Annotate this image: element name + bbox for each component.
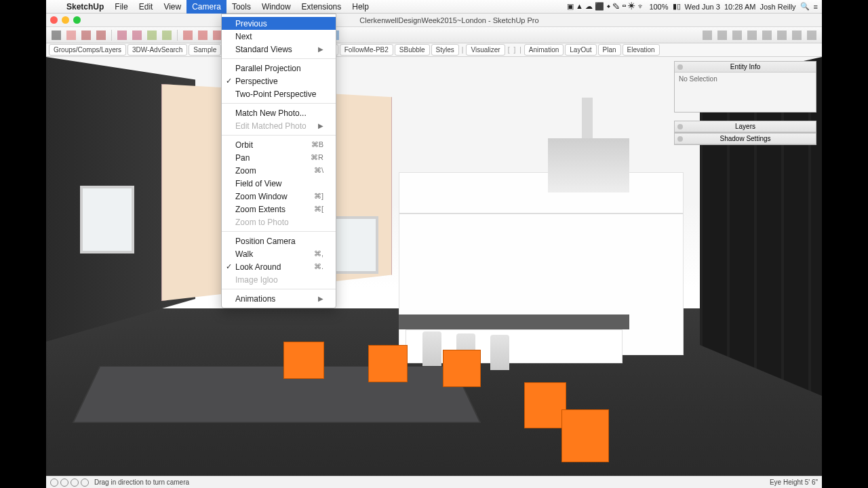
tool-x8-icon[interactable] bbox=[807, 30, 816, 40]
tool-move-icon[interactable] bbox=[183, 30, 193, 40]
menu-item-parallel-projection[interactable]: Parallel Projection bbox=[222, 62, 336, 75]
tool-x1-icon[interactable] bbox=[703, 30, 712, 40]
panel-header-shadow[interactable]: Shadow Settings bbox=[675, 134, 816, 144]
panel-header-layers[interactable]: Layers bbox=[675, 121, 816, 132]
menu-item-zoom-window[interactable]: Zoom Window⌘] bbox=[222, 190, 336, 203]
menu-item-pan[interactable]: Pan⌘R bbox=[222, 151, 336, 164]
window-title: ClerkenwellDesignWeek2015~London - Sketc… bbox=[81, 16, 818, 24]
panel-header-entity[interactable]: Entity Info bbox=[675, 62, 816, 73]
tool-x5-icon[interactable] bbox=[762, 30, 772, 40]
minimize-icon[interactable] bbox=[62, 16, 69, 24]
tab-br: [ bbox=[507, 46, 511, 54]
viewport-3d[interactable]: Entity Info No Selection Layers Shadow S… bbox=[46, 57, 822, 476]
menu-item-zoom-to-photo: Zoom to Photo bbox=[222, 216, 336, 228]
tool-eraser-icon[interactable] bbox=[66, 30, 76, 40]
zoom-icon[interactable] bbox=[73, 16, 81, 24]
menu-help[interactable]: Help bbox=[347, 0, 374, 14]
status-cred-icon[interactable] bbox=[60, 479, 68, 487]
panel-entity-info[interactable]: Entity Info No Selection bbox=[674, 61, 816, 113]
battery-pct: 100% bbox=[649, 3, 668, 11]
menu-item-image-igloo: Image Igloo bbox=[222, 273, 336, 286]
panel-body-entity: No Selection bbox=[675, 73, 816, 112]
app-name[interactable]: SketchUp bbox=[61, 2, 109, 12]
status-eye-height: Eye Height 5' 6" bbox=[770, 479, 818, 486]
tool-circle-icon[interactable] bbox=[132, 30, 142, 40]
menu-item-look-around[interactable]: ✓Look Around⌘. bbox=[222, 260, 336, 273]
menu-item-zoom-extents[interactable]: Zoom Extents⌘[ bbox=[222, 203, 336, 216]
status-user-icon[interactable] bbox=[71, 479, 79, 487]
close-icon[interactable] bbox=[50, 16, 58, 24]
menubar-user: Josh Reilly bbox=[760, 3, 795, 11]
menu-tools[interactable]: Tools bbox=[226, 0, 256, 14]
status-hint: Drag in direction to turn camera bbox=[94, 479, 189, 486]
status-geo-icon[interactable] bbox=[50, 479, 58, 487]
menu-edit[interactable]: Edit bbox=[134, 0, 159, 14]
menu-view[interactable]: View bbox=[158, 0, 186, 14]
tab-div: | bbox=[460, 46, 465, 54]
menubar-time: 10:28 AM bbox=[724, 3, 755, 11]
menu-item-edit-matched-photo: Edit Matched Photo▶ bbox=[222, 119, 336, 132]
menu-item-standard-views[interactable]: Standard Views▶ bbox=[222, 43, 336, 56]
menubar-date: Wed Jun 3 bbox=[685, 3, 720, 11]
tab-layout[interactable]: LayOut bbox=[565, 44, 596, 56]
menubar-icons: ▣ ▲ ☁ ⬛ ◆ ✎ ▭ ✳ ᯤ bbox=[567, 2, 645, 11]
tool-rect-icon[interactable] bbox=[117, 30, 127, 40]
panel-shadow[interactable]: Shadow Settings bbox=[674, 133, 816, 145]
scene-tabs: Groups/Comps/Layers 3DW-AdvSearch Sample… bbox=[46, 43, 822, 57]
tab-3dw[interactable]: 3DW-AdvSearch bbox=[127, 44, 187, 56]
menu-item-previous[interactable]: Previous bbox=[222, 17, 336, 30]
tool-x4-icon[interactable] bbox=[747, 30, 757, 40]
tool-x2-icon[interactable] bbox=[717, 30, 727, 40]
menu-item-orbit[interactable]: Orbit⌘B bbox=[222, 138, 336, 151]
menu-camera[interactable]: Camera bbox=[186, 0, 226, 14]
menu-item-walk[interactable]: Walk⌘, bbox=[222, 247, 336, 260]
menu-item-perspective[interactable]: ✓Perspective bbox=[222, 75, 336, 87]
menu-window[interactable]: Window bbox=[256, 0, 296, 14]
tab-styles[interactable]: Styles bbox=[431, 44, 459, 56]
tab-div2: | bbox=[518, 46, 523, 54]
tool-x6-icon[interactable] bbox=[777, 30, 787, 40]
tab-sample[interactable]: Sample bbox=[189, 44, 221, 56]
macos-menubar: SketchUp File Edit View Camera Tools Win… bbox=[46, 0, 822, 14]
tool-x3-icon[interactable] bbox=[732, 30, 742, 40]
tab-elevation[interactable]: Elevation bbox=[623, 44, 660, 56]
status-bar: Drag in direction to turn camera Eye Hei… bbox=[46, 476, 822, 488]
traffic-lights[interactable] bbox=[50, 16, 81, 24]
tab-animation[interactable]: Animation bbox=[524, 44, 564, 56]
tool-push-icon[interactable] bbox=[147, 30, 157, 40]
tab-followme[interactable]: FollowMe-PB2 bbox=[340, 44, 393, 56]
main-toolbar bbox=[46, 27, 822, 43]
tab-sbubble[interactable]: SBubble bbox=[395, 44, 430, 56]
menu-item-next[interactable]: Next bbox=[222, 30, 336, 43]
menu-item-field-of-view[interactable]: Field of View bbox=[222, 177, 336, 190]
menu-file[interactable]: File bbox=[109, 0, 133, 14]
status-help-icon[interactable] bbox=[81, 479, 89, 487]
tool-line-icon[interactable] bbox=[81, 30, 91, 40]
tool-select-icon[interactable] bbox=[52, 30, 61, 40]
menu-icon[interactable]: ≡ bbox=[814, 3, 818, 11]
menu-item-match-new-photo-[interactable]: Match New Photo... bbox=[222, 106, 336, 119]
battery-icon: ▮▯ bbox=[673, 2, 681, 11]
menu-item-two-point-perspective[interactable]: Two-Point Perspective bbox=[222, 87, 336, 100]
menu-item-animations[interactable]: Animations▶ bbox=[222, 292, 336, 305]
tool-rotate-icon[interactable] bbox=[198, 30, 208, 40]
tab-groups[interactable]: Groups/Comps/Layers bbox=[49, 44, 126, 56]
tab-visualizer[interactable]: Visualizer bbox=[466, 44, 505, 56]
spotlight-icon[interactable]: 🔍 bbox=[800, 2, 810, 11]
tool-x7-icon[interactable] bbox=[792, 30, 802, 40]
window-titlebar: ClerkenwellDesignWeek2015~London - Sketc… bbox=[46, 14, 822, 27]
menu-item-position-camera[interactable]: Position Camera bbox=[222, 235, 336, 247]
menu-extensions[interactable]: Extensions bbox=[296, 0, 347, 14]
menu-item-zoom[interactable]: Zoom⌘\ bbox=[222, 164, 336, 177]
panel-layers[interactable]: Layers bbox=[674, 121, 816, 133]
tool-offset-icon[interactable] bbox=[162, 30, 172, 40]
tab-br2: ] bbox=[512, 46, 517, 54]
tool-arc-icon[interactable] bbox=[96, 30, 106, 40]
tab-plan[interactable]: Plan bbox=[598, 44, 621, 56]
camera-menu: PreviousNextStandard Views▶Parallel Proj… bbox=[221, 14, 336, 308]
